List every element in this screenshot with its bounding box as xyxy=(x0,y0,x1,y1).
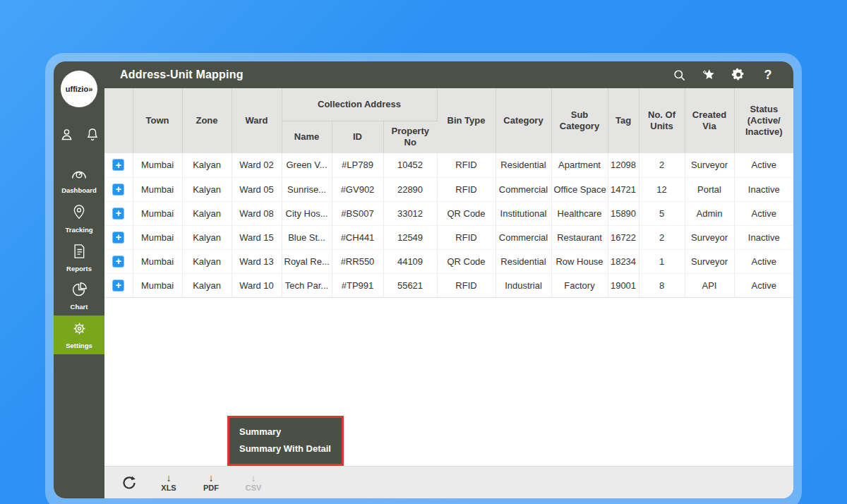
app-window: uffizio» xyxy=(54,61,793,498)
table-cell: Surveyor xyxy=(685,225,734,249)
refresh-icon[interactable] xyxy=(120,474,138,492)
col-bin-type[interactable]: Bin Type xyxy=(437,88,495,153)
col-id[interactable]: ID xyxy=(332,121,383,153)
table-cell: Ward 13 xyxy=(232,249,282,273)
table-cell: Mumbai xyxy=(133,225,182,249)
table-row: +MumbaiKalyanWard 08City Hos...#BS007330… xyxy=(104,201,793,225)
col-tag[interactable]: Tag xyxy=(608,88,639,153)
menu-item-summary-with-detail[interactable]: Summary With Detail xyxy=(229,440,342,457)
sidebar-nav: Dashboard Tracking xyxy=(54,160,104,354)
col-name[interactable]: Name xyxy=(282,121,332,153)
col-category[interactable]: Category xyxy=(495,88,551,153)
address-unit-table: Town Zone Ward Collection Address Bin Ty… xyxy=(104,88,793,298)
map-pin-icon xyxy=(72,204,86,224)
sidebar-item-tracking[interactable]: Tracking xyxy=(54,199,104,238)
table-cell: Mumbai xyxy=(133,177,182,201)
table-cell: Ward 02 xyxy=(232,153,282,177)
table-cell: Apartment xyxy=(551,153,608,177)
col-property-no[interactable]: Property No xyxy=(383,121,437,153)
table-cell: 44109 xyxy=(383,249,437,273)
download-icon: ↓ xyxy=(251,474,256,482)
table-cell: Admin xyxy=(685,201,734,225)
help-icon[interactable]: ? xyxy=(761,68,775,82)
table-cell: Mumbai xyxy=(133,273,182,297)
expand-row-icon[interactable]: + xyxy=(112,280,124,292)
sidebar-item-label: Reports xyxy=(66,265,92,272)
star-icon[interactable] xyxy=(702,68,716,82)
table-cell: 18234 xyxy=(608,249,639,273)
col-status[interactable]: Status (Active/ Inactive) xyxy=(734,88,793,153)
table-cell: 10452 xyxy=(383,153,437,177)
sidebar-item-label: Chart xyxy=(71,303,88,311)
table-cell: Surveyor xyxy=(685,153,734,177)
table-cell: Commercial xyxy=(495,225,551,249)
table-cell: Kalyan xyxy=(182,201,232,225)
table-cell: 2 xyxy=(639,153,685,177)
table-cell: City Hos... xyxy=(282,201,332,225)
table-cell: Active xyxy=(734,273,793,297)
table-cell: Active xyxy=(734,249,793,273)
table-cell: Inactive xyxy=(734,177,793,201)
table-cell: Residential xyxy=(495,153,551,177)
table-cell: 22890 xyxy=(383,177,437,201)
col-units[interactable]: No. Of Units xyxy=(639,88,685,153)
expand-row-icon[interactable]: + xyxy=(112,256,124,268)
table-cell: 19001 xyxy=(608,273,639,297)
summary-context-menu: Summary Summary With Detail xyxy=(227,416,344,466)
table-cell: Ward 05 xyxy=(232,177,282,201)
table-cell: Ward 10 xyxy=(232,273,282,297)
export-xls-button[interactable]: ↓ XLS xyxy=(157,474,181,492)
search-icon[interactable] xyxy=(672,68,686,82)
table-cell: Row House xyxy=(551,249,608,273)
gear-icon[interactable] xyxy=(731,68,745,82)
bottom-toolbar: ↓ XLS ↓ PDF ↓ CSV xyxy=(104,466,793,498)
titlebar: Address-Unit Mapping xyxy=(104,61,793,88)
sidebar: uffizio» xyxy=(54,61,104,498)
content-empty-area xyxy=(104,298,793,467)
sidebar-item-dashboard[interactable]: Dashboard xyxy=(54,160,104,199)
expand-row-icon[interactable]: + xyxy=(112,159,124,171)
main-content: Address-Unit Mapping xyxy=(104,61,793,498)
col-sub-category[interactable]: Sub Category xyxy=(551,88,608,153)
col-zone[interactable]: Zone xyxy=(182,88,232,153)
table-cell: Ward 08 xyxy=(232,201,282,225)
sidebar-item-settings[interactable]: Settings xyxy=(54,316,104,354)
table-cell: Kalyan xyxy=(182,249,232,273)
table-cell: Institutional xyxy=(495,201,551,225)
table-cell: Office Space xyxy=(551,177,608,201)
table-cell: Commercial xyxy=(495,177,551,201)
export-csv-button: ↓ CSV xyxy=(241,474,265,492)
page-title: Address-Unit Mapping xyxy=(120,68,244,81)
col-ward[interactable]: Ward xyxy=(232,88,282,153)
table-cell: #BS007 xyxy=(332,201,383,225)
col-town[interactable]: Town xyxy=(133,88,182,153)
sidebar-item-label: Dashboard xyxy=(61,186,97,194)
table-cell: 12549 xyxy=(383,225,437,249)
table-cell: 12098 xyxy=(608,153,639,177)
expand-row-icon[interactable]: + xyxy=(112,184,124,196)
table-cell: 33012 xyxy=(383,201,437,225)
menu-item-summary[interactable]: Summary xyxy=(229,424,342,440)
user-icon[interactable] xyxy=(59,127,74,142)
table-cell: Mumbai xyxy=(133,201,182,225)
table-cell: Kalyan xyxy=(182,273,232,297)
table-cell: #RR550 xyxy=(332,249,383,273)
download-icon: ↓ xyxy=(167,474,172,482)
table-cell: 14721 xyxy=(608,177,639,201)
table-cell: RFID xyxy=(437,177,495,201)
table-cell: Healthcare xyxy=(551,201,608,225)
expand-row-icon[interactable]: + xyxy=(112,208,124,220)
pie-chart-icon xyxy=(71,282,88,301)
table-cell: Surveyor xyxy=(685,249,734,273)
table-cell: #GV902 xyxy=(332,177,383,201)
notification-bell-icon[interactable] xyxy=(85,127,100,142)
col-created-via[interactable]: Created Via xyxy=(685,88,734,153)
table-cell: QR Code xyxy=(437,201,495,225)
expand-row-icon[interactable]: + xyxy=(112,232,124,244)
sidebar-item-chart[interactable]: Chart xyxy=(54,277,104,316)
table-cell: Residential xyxy=(495,249,551,273)
export-pdf-button[interactable]: ↓ PDF xyxy=(199,474,223,492)
table-cell: RFID xyxy=(437,273,495,297)
uffizio-logo: uffizio» xyxy=(61,71,97,107)
sidebar-item-reports[interactable]: Reports xyxy=(54,238,104,277)
